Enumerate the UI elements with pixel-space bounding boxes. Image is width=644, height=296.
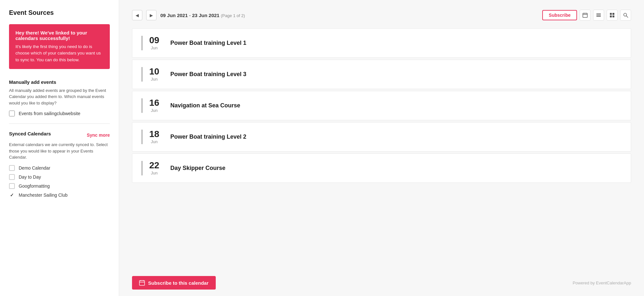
synced-label-2: Googformatting <box>19 183 50 189</box>
event-month-2: Jun <box>151 108 158 113</box>
event-date-2: 16 Jun <box>141 98 161 113</box>
subscribe-button[interactable]: Subscribe <box>542 10 577 20</box>
main-inner: ◀ ▶ 09 Jun 2021 - 23 Jun 2021 (Page 1 of… <box>119 0 644 271</box>
event-day-3: 18 <box>149 130 159 139</box>
synced-calendars-section: Synced Calendars Sync more External cale… <box>9 131 110 198</box>
page-info: (Page 1 of 2) <box>221 13 245 18</box>
event-day-0: 09 <box>149 36 159 45</box>
event-title-1: Power Boat training Level 3 <box>170 71 246 78</box>
manual-events-label: Events from sailingclubwebsite <box>19 111 80 116</box>
event-item-4[interactable]: 22 Jun Day Skipper Course <box>132 153 631 183</box>
event-day-1: 10 <box>149 67 159 76</box>
svg-rect-8 <box>612 13 614 15</box>
event-title-0: Power Boat training Level 1 <box>170 40 246 46</box>
list-icon <box>596 13 601 18</box>
synced-checkbox-1[interactable] <box>9 174 15 180</box>
alert-heading: Hey there! We've linked to your calendar… <box>15 30 103 41</box>
synced-header: Synced Calendars Sync more <box>9 131 110 139</box>
sidebar-divider <box>9 123 110 124</box>
event-month-4: Jun <box>151 171 158 175</box>
subscribe-calendar-label: Subscribe to this calendar <box>148 280 209 286</box>
synced-item-1[interactable]: Day to Day <box>9 174 110 180</box>
event-date-0: 09 Jun <box>141 36 161 50</box>
event-date-1: 10 Jun <box>141 67 161 82</box>
svg-rect-4 <box>596 14 601 14</box>
sync-more-link[interactable]: Sync more <box>87 133 110 138</box>
date-range-end: 23 Jun 2021 <box>192 13 219 18</box>
manually-add-section: Manually add events All manually added e… <box>9 79 110 117</box>
alert-body: It's likely the first thing you need to … <box>15 44 103 63</box>
prev-button[interactable]: ◀ <box>132 10 142 20</box>
manually-add-desc: All manually added events are grouped by… <box>9 87 110 106</box>
calendar-subscribe-icon <box>139 280 145 286</box>
event-title-4: Day Skipper Course <box>170 165 225 172</box>
synced-desc: External calendars we are currently sync… <box>9 142 110 161</box>
event-date-4: 22 Jun <box>141 161 161 175</box>
synced-item-2[interactable]: Googformatting <box>9 183 110 189</box>
svg-rect-0 <box>583 13 587 17</box>
grid-view-button[interactable] <box>607 10 618 21</box>
toolbar-left: ◀ ▶ 09 Jun 2021 - 23 Jun 2021 (Page 1 of… <box>132 10 245 20</box>
svg-rect-9 <box>610 15 612 17</box>
synced-label-3: Manchester Sailing Club <box>19 192 68 198</box>
event-item-2[interactable]: 16 Jun Navigation at Sea Course <box>132 91 631 120</box>
toolbar-right: Subscribe <box>542 10 631 21</box>
synced-item-0[interactable]: Demo Calendar <box>9 165 110 171</box>
svg-rect-7 <box>610 13 612 15</box>
powered-by: Powered by EventCalendarApp <box>573 281 631 285</box>
event-title-2: Navigation at Sea Course <box>170 102 240 109</box>
search-icon <box>623 13 628 18</box>
manual-events-checkbox[interactable] <box>9 111 15 116</box>
event-date-3: 18 Jun <box>141 130 161 144</box>
synced-item-3[interactable]: ✓ Manchester Sailing Club <box>9 192 110 198</box>
search-button[interactable] <box>620 10 631 21</box>
manually-add-title: Manually add events <box>9 79 110 85</box>
manual-events-row[interactable]: Events from sailingclubwebsite <box>9 111 110 116</box>
synced-checkmark-3: ✓ <box>9 192 15 198</box>
event-day-4: 22 <box>149 161 159 170</box>
svg-rect-6 <box>596 16 601 17</box>
event-item-0[interactable]: 09 Jun Power Boat training Level 1 <box>132 28 631 58</box>
date-range: 09 Jun 2021 - 23 Jun 2021 (Page 1 of 2) <box>160 13 245 18</box>
event-month-0: Jun <box>151 45 158 50</box>
grid-icon <box>610 13 615 18</box>
synced-label-1: Day to Day <box>19 174 41 180</box>
synced-label-0: Demo Calendar <box>19 165 50 171</box>
synced-checkbox-2[interactable] <box>9 183 15 189</box>
next-button[interactable]: ▶ <box>146 10 156 20</box>
event-month-1: Jun <box>151 77 158 82</box>
sidebar-title: Event Sources <box>9 9 110 16</box>
main-footer: Subscribe to this calendar Powered by Ev… <box>119 271 644 296</box>
event-list: 09 Jun Power Boat training Level 1 10 Ju… <box>132 28 631 185</box>
subscribe-calendar-button[interactable]: Subscribe to this calendar <box>132 276 216 290</box>
sidebar: Event Sources Hey there! We've linked to… <box>0 0 119 296</box>
event-item-3[interactable]: 18 Jun Power Boat training Level 2 <box>132 122 631 152</box>
svg-rect-5 <box>596 15 601 15</box>
synced-title: Synced Calendars <box>9 131 51 136</box>
event-title-3: Power Boat training Level 2 <box>170 133 246 140</box>
main-content: ◀ ▶ 09 Jun 2021 - 23 Jun 2021 (Page 1 of… <box>119 0 644 296</box>
synced-checkbox-0[interactable] <box>9 165 15 171</box>
event-day-2: 16 <box>149 98 159 107</box>
svg-rect-10 <box>612 15 614 17</box>
event-month-3: Jun <box>151 139 158 144</box>
event-item-1[interactable]: 10 Jun Power Boat training Level 3 <box>132 60 631 89</box>
toolbar: ◀ ▶ 09 Jun 2021 - 23 Jun 2021 (Page 1 of… <box>132 10 631 21</box>
calendar-icon <box>582 13 588 18</box>
calendar-view-button[interactable] <box>580 10 591 21</box>
list-view-button[interactable] <box>593 10 604 21</box>
svg-rect-13 <box>139 281 145 285</box>
date-range-start: 09 Jun 2021 <box>160 13 188 18</box>
svg-line-12 <box>626 16 628 17</box>
alert-box: Hey there! We've linked to your calendar… <box>9 24 110 69</box>
